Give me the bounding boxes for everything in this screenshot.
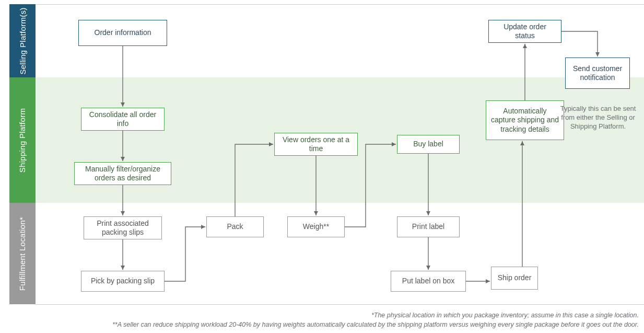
lane-label-fulfillment: Fulfillment Location*: [9, 203, 36, 304]
node-print-label: Print label: [397, 216, 460, 237]
node-label: Ship order: [498, 273, 532, 283]
footnote-location: *The physical location in which you pack…: [371, 312, 639, 319]
node-send-customer-notification: Send customer notification: [565, 58, 630, 89]
node-label: Automatically capture shipping and track…: [490, 107, 559, 134]
node-label: Buy label: [413, 140, 443, 149]
footnote-text: *The physical location in which you pack…: [371, 312, 639, 319]
node-label: Print label: [412, 222, 444, 232]
lane-label-selling: Selling Platform(s): [9, 4, 36, 77]
node-weigh: Weigh**: [287, 216, 345, 237]
lane-text: Shipping Platform: [18, 108, 27, 173]
node-update-order-status: Update order status: [488, 20, 561, 43]
node-label: Weigh**: [303, 222, 329, 232]
node-buy-label: Buy label: [397, 135, 460, 154]
node-label: Send customer notification: [570, 64, 625, 83]
node-label: Pick by packing slip: [91, 277, 155, 286]
node-pack: Pack: [206, 216, 264, 237]
node-label: Update order status: [493, 22, 557, 41]
node-order-information: Order information: [78, 20, 167, 46]
note-either-platform: Typically this can be sent from either t…: [559, 105, 637, 131]
node-auto-capture-tracking: Automatically capture shipping and track…: [486, 100, 564, 140]
node-label: Put label on box: [402, 277, 454, 286]
node-label: Manually filter/organize orders as desir…: [79, 165, 167, 183]
rule-bottom: [36, 304, 644, 305]
node-put-label-on-box: Put label on box: [391, 271, 466, 292]
rule-top: [36, 4, 644, 5]
lane-label-shipping: Shipping Platform: [9, 77, 36, 203]
node-consolidate-order-info: Consolidate all order info: [81, 108, 165, 131]
node-ship-order: Ship order: [491, 267, 538, 290]
node-print-packing-slips: Print associated packing slips: [84, 216, 162, 239]
node-manually-filter-organize: Manually filter/organize orders as desir…: [74, 162, 171, 185]
node-label: View orders one at a time: [279, 135, 353, 154]
node-pick-packing-slip: Pick by packing slip: [81, 271, 165, 292]
node-label: Consolidate all order info: [86, 110, 160, 129]
node-label: Pack: [227, 222, 243, 232]
lane-text: Selling Platform(s): [18, 7, 27, 74]
footnote-weigh: **A seller can reduce shipping workload …: [112, 321, 639, 328]
node-label: Print associated packing slips: [88, 219, 157, 237]
lane-text: Fulfillment Location*: [18, 216, 27, 290]
node-label: Order information: [95, 28, 151, 38]
footnote-text: **A seller can reduce shipping workload …: [112, 321, 639, 328]
note-text: Typically this can be sent from either t…: [560, 105, 636, 130]
flow-diagram: Selling Platform(s) Shipping Platform Fu…: [0, 0, 644, 333]
node-view-orders: View orders one at a time: [274, 133, 358, 156]
